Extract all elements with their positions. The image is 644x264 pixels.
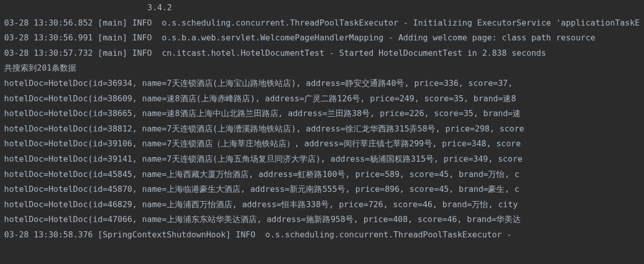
log-line: 03-28 13:30:58.376 [SpringContextShutdow… [4,227,640,243]
hotel-doc-line: hotelDoc=HotelDoc(id=38665, name=速8酒店上海中… [4,106,640,121]
hotel-doc-line: hotelDoc=HotelDoc(id=38812, name=7天连锁酒店(… [4,121,640,137]
hotel-doc-line: hotelDoc=HotelDoc(id=47066, name=上海浦东东站华… [4,212,640,227]
hotel-doc-line: hotelDoc=HotelDoc(id=45845, name=上海西藏大厦万… [4,167,640,182]
search-summary: 共搜索到201条数据 [4,60,640,76]
hotel-doc-line: hotelDoc=HotelDoc(id=45870, name=上海临港豪生大… [4,182,640,197]
hotel-doc-line: hotelDoc=HotelDoc(id=39141, name=7天连锁酒店(… [4,151,640,167]
hotel-doc-line: hotelDoc=HotelDoc(id=46829, name=上海浦西万怡酒… [4,197,640,212]
log-line: 03-28 13:30:56.991 [main] INFO o.s.b.a.w… [4,30,640,46]
hotel-doc-line: hotelDoc=HotelDoc(id=36934, name=7天连锁酒店(… [4,76,640,91]
hotel-doc-line: hotelDoc=HotelDoc(id=39106, name=7天连锁酒店（… [4,136,640,151]
version-fragment: 3.4.2 [4,0,640,15]
hotel-doc-line: hotelDoc=HotelDoc(id=38609, name=速8酒店(上海… [4,91,640,106]
log-line: 03-28 13:30:57.732 [main] INFO cn.itcast… [4,46,640,61]
log-line: 03-28 13:30:56.852 [main] INFO o.s.sched… [4,15,640,31]
